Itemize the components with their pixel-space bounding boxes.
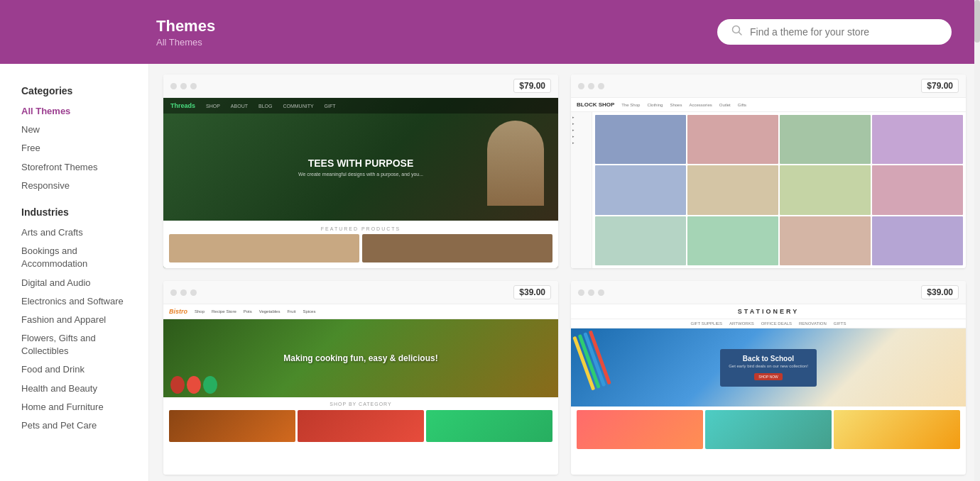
threads-price: $79.00 [513,79,551,93]
dot-3 [190,289,197,296]
themes-content: $79.00 Threads SHOP ABOUT BLOG COMMUNITY… [149,64,980,481]
stationery-hero: Back to School Get early bird deals on o… [571,328,966,407]
theme-card-blockshop[interactable]: $79.00 BLOCK SHOP The Shop Clothing Shoe… [571,74,966,268]
dot-2 [180,289,187,296]
sidebar-item-free[interactable]: Free [21,142,127,155]
theme-card-header-threads: $79.00 [163,74,558,98]
sidebar-item-flowers-gifts[interactable]: Flowers, Gifts and Collectibles [21,332,127,358]
theme-card-bistro[interactable]: $39.00 Bistro Shop Recipe Store Pots Veg… [163,281,558,475]
threads-logo: Threads [170,102,195,109]
stationery-nav: STATIONERY [571,304,966,319]
sidebar-item-health-beauty[interactable]: Health and Beauty [21,382,127,395]
photo-1 [595,115,686,164]
blockshop-price: $79.00 [921,79,959,93]
photo-8 [872,165,963,214]
categories-title: Categories [21,85,127,96]
blockshop-photo-grid [592,112,966,268]
sidebar-item-new[interactable]: New [21,123,127,136]
sidebar-item-electronics-software[interactable]: Electronics and Software [21,295,127,308]
photo-10 [687,216,778,265]
threads-product-2 [362,234,552,262]
photo-12 [872,216,963,265]
sidebar-item-arts-crafts[interactable]: Arts and Crafts [21,226,127,239]
industries-title: Industries [21,206,127,218]
bistro-hero-text: Making cooking fun, easy & delicious! [283,353,437,363]
page-subtitle: All Themes [156,37,215,48]
search-input[interactable] [750,26,937,38]
blockshop-grid: ▸ ▸ ▸ ▸ ▸ [571,112,966,268]
photo-5 [595,165,686,214]
threads-model-image [487,121,544,206]
bistro-price: $39.00 [513,285,551,299]
dot-1 [170,83,177,89]
veg-2 [187,376,201,394]
bistro-categories: Shop by Category [163,397,558,446]
photo-9 [595,216,686,265]
blockshop-left-cats: ▸ ▸ ▸ ▸ ▸ [571,112,592,268]
dot-2 [180,83,187,89]
stationery-preview: STATIONERY GIFT SUPPLIES ARTWORKS OFFICE… [571,304,966,475]
theme-card-threads[interactable]: $79.00 Threads SHOP ABOUT BLOG COMMUNITY… [163,74,558,268]
photo-11 [780,216,871,265]
stationery-product-1 [577,410,703,449]
pencils [572,330,611,390]
bistro-cat-2 [298,410,424,442]
blockshop-preview: BLOCK SHOP The Shop Clothing Shoes Acces… [571,98,966,268]
veg-3 [203,376,217,394]
stationery-price: $39.00 [921,285,959,299]
sidebar-item-bookings[interactable]: Bookings and Accommodation [21,245,127,270]
threads-hero-text: TEES WITH PURPOSE We create meaningful d… [298,157,423,177]
theme-card-header-bistro: $39.00 [163,281,558,304]
blockshop-nav: BLOCK SHOP The Shop Clothing Shoes Acces… [571,98,966,112]
scroll-thumb[interactable] [974,0,980,43]
photo-3 [780,115,871,164]
sidebar-item-pets-care[interactable]: Pets and Pet Care [21,419,127,432]
bistro-cat-3 [426,410,552,442]
sidebar-item-responsive[interactable]: Responsive [21,179,127,192]
veg-1 [170,376,185,394]
photo-6 [687,165,778,214]
theme-card-header-stationery: $39.00 [571,281,966,304]
photo-2 [687,115,778,164]
threads-preview: Threads SHOP ABOUT BLOG COMMUNITY GIFT T… [163,98,558,268]
sidebar-item-all-themes[interactable]: All Themes [21,105,127,118]
back-to-school-button[interactable]: SHOP NOW [754,373,783,380]
stationery-product-3 [834,410,960,449]
scrollbar[interactable] [974,0,980,481]
stationery-subnav: GIFT SUPPLIES ARTWORKS OFFICE DEALS RENO… [571,319,966,328]
dot-3 [190,83,197,89]
threads-hero: TEES WITH PURPOSE We create meaningful d… [163,114,558,221]
dot-1 [578,83,584,89]
photo-7 [780,165,871,214]
svg-line-1 [739,33,742,35]
bistro-hero: Making cooking fun, easy & delicious! [163,319,558,397]
sidebar-item-food-drink[interactable]: Food and Drink [21,363,127,376]
bistro-nav: Bistro Shop Recipe Store Pots Vegetables… [163,304,558,319]
sidebar-item-fashion-apparel[interactable]: Fashion and Apparel [21,314,127,326]
photo-4 [872,115,963,164]
sidebar-item-home-furniture[interactable]: Home and Furniture [21,401,127,414]
threads-nav: Threads SHOP ABOUT BLOG COMMUNITY GIFT [163,98,558,114]
dot-3 [598,289,604,296]
sidebar-item-storefront-themes[interactable]: Storefront Themes [21,161,127,174]
bistro-cat-1 [169,410,295,442]
search-icon [731,25,743,39]
stationery-products [571,407,966,453]
theme-card-stationery[interactable]: $39.00 STATIONERY GIFT SUPPLIES ARTWORKS… [571,281,966,475]
bistro-vegetables [170,376,217,394]
page-title: Themes [156,17,215,35]
bistro-preview: Bistro Shop Recipe Store Pots Vegetables… [163,304,558,475]
dot-3 [598,83,604,89]
back-to-school-banner: Back to School Get early bird deals on o… [720,349,817,387]
theme-card-header-blockshop: $79.00 [571,74,966,98]
sidebar: Categories All Themes New Free Storefron… [0,64,149,481]
dot-1 [578,289,584,296]
threads-product-1 [169,234,359,262]
sidebar-item-digital-audio[interactable]: Digital and Audio [21,277,127,289]
dot-2 [588,289,594,296]
threads-featured: FEATURED PRODUCTS [163,221,558,268]
main-layout: Categories All Themes New Free Storefron… [0,64,980,481]
themes-grid: $79.00 Threads SHOP ABOUT BLOG COMMUNITY… [163,74,966,475]
header: Themes All Themes [0,0,980,64]
search-bar[interactable] [717,19,952,45]
